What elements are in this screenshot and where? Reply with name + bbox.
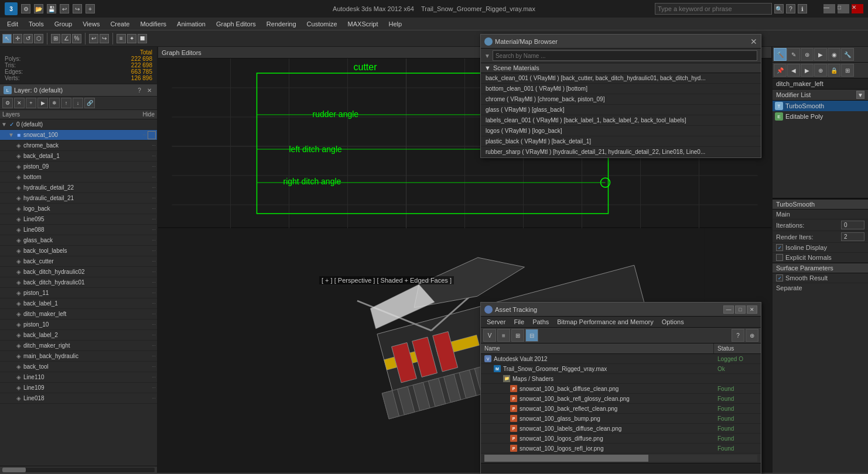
mat-search-expand-icon[interactable]: ▼: [484, 53, 490, 59]
utility-tab-btn[interactable]: 🔧: [841, 48, 854, 61]
motion-tab-btn[interactable]: ▶: [814, 48, 827, 61]
info-btn[interactable]: ℹ: [798, 4, 807, 13]
mat-row[interactable]: glass ( VRayMtl ) [glass_back]: [481, 105, 761, 115]
modifier-list-dropdown[interactable]: ▼: [856, 91, 864, 99]
asset-row[interactable]: P snowcat_100_back_reflect_clean.png Fou…: [481, 404, 761, 414]
layer-item[interactable]: ◈ Line109 ···: [0, 383, 157, 393]
maximize-btn[interactable]: □: [838, 4, 849, 13]
menu-edit[interactable]: Edit: [2, 19, 23, 29]
asset-menu-bitmap-perf[interactable]: Bitmap Performance and Memory: [553, 318, 657, 326]
asset-menu-paths[interactable]: Paths: [529, 318, 552, 326]
menu-graph-editors[interactable]: Graph Editors: [211, 19, 261, 29]
layer-item[interactable]: ◈ Line018 ···: [0, 393, 157, 404]
layers-scrollbar[interactable]: [0, 466, 157, 473]
layer-item[interactable]: ◈ glass_back ···: [0, 235, 157, 246]
asset-row[interactable]: M Trail_Snow_Groomer_Rigged_vray.max Ok: [481, 364, 761, 374]
layer-delete-btn[interactable]: ✕: [14, 98, 25, 108]
layer-item[interactable]: ◈ back_label_1 ···: [0, 298, 157, 309]
asset-list-btn[interactable]: ≡: [497, 329, 510, 342]
new-btn[interactable]: +: [86, 4, 95, 13]
isoline-checkbox[interactable]: ✓: [776, 244, 783, 251]
rotate-tool-btn[interactable]: ↺: [23, 34, 33, 43]
layer-select-btn[interactable]: ▶: [37, 98, 48, 108]
layer-item[interactable]: ◈ piston_11 ···: [0, 288, 157, 298]
layer-item[interactable]: ◈ ditch_maker_right ···: [0, 341, 157, 351]
modifier-turbosmooth[interactable]: T TurboSmooth: [773, 101, 868, 111]
menu-rendering[interactable]: Rendering: [262, 19, 301, 29]
layer-item[interactable]: ▼ ✓ 0 (default): [0, 119, 157, 130]
layer-add-btn[interactable]: +: [26, 98, 36, 108]
asset-detail-btn[interactable]: ⊟: [525, 329, 538, 342]
surface-params-header[interactable]: Surface Parameters: [773, 263, 868, 273]
asset-maximize-btn[interactable]: □: [735, 305, 746, 314]
layer-item[interactable]: ◈ main_back_hydraulic ···: [0, 351, 157, 362]
explicit-normals-checkbox[interactable]: [776, 254, 783, 261]
mat-search-input[interactable]: [493, 50, 757, 61]
mat-row[interactable]: plastic_black ( VRayMtl ) [back_detail_1…: [481, 136, 761, 147]
menu-modifiers[interactable]: Modifiers: [135, 19, 171, 29]
asset-vault-btn[interactable]: V: [483, 329, 496, 342]
layers-list[interactable]: ▼ ✓ 0 (default) ▼ ■ snowcat_100 ··· ◈ ch…: [0, 119, 157, 466]
modifier-editable-poly[interactable]: E Editable Poly: [773, 111, 868, 122]
search-input[interactable]: [655, 3, 772, 15]
menu-tools[interactable]: Tools: [24, 19, 49, 29]
layers-btn[interactable]: ≡: [117, 34, 126, 43]
isoline-row[interactable]: ✓ Isoline Display: [773, 243, 868, 253]
scale-tool-btn[interactable]: ⬡: [34, 34, 43, 43]
percent-snap-btn[interactable]: %: [72, 34, 81, 43]
asset-help-btn[interactable]: ?: [732, 329, 744, 342]
layer-item[interactable]: ◈ Line095 ···: [0, 214, 157, 225]
layer-item[interactable]: ◈ Line110 ···: [0, 372, 157, 383]
iterations-input[interactable]: [841, 221, 864, 229]
undo-tool-btn[interactable]: ↩: [89, 34, 98, 43]
menu-help[interactable]: Help: [384, 19, 407, 29]
helpers-btn[interactable]: ✦: [127, 34, 136, 43]
asset-scrollbar[interactable]: [484, 455, 757, 462]
mat-browser-close-btn[interactable]: ✕: [750, 37, 757, 46]
layer-link-btn[interactable]: 🔗: [84, 98, 95, 108]
asset-row[interactable]: V Autodesk Vault 2012 Logged O: [481, 354, 761, 364]
layer-item[interactable]: ◈ chrome_back ···: [0, 140, 157, 151]
turbosmooth-section-header[interactable]: TurboSmooth: [773, 199, 868, 209]
layer-item[interactable]: ◈ back_ditch_hydraulic01 ···: [0, 277, 157, 288]
asset-row[interactable]: P snowcat_100_logos_diffuse.png Found: [481, 434, 761, 444]
menu-create[interactable]: Create: [105, 19, 134, 29]
mat-row[interactable]: rubber_sharp ( VRayMtl ) [hydraulic_deta…: [481, 147, 761, 157]
mat-list[interactable]: back_clean_001 ( VRayMtl ) [back_cutter,…: [481, 73, 761, 157]
asset-row[interactable]: P snowcat_100_back_refl_glossy_clean.png…: [481, 394, 761, 404]
asset-grid-btn[interactable]: ⊞: [511, 329, 524, 342]
layer-item[interactable]: ◈ back_ditch_hydraulic02 ···: [0, 267, 157, 277]
layer-item[interactable]: ◈ hydraulic_detail_22 ···: [0, 183, 157, 193]
layer-item[interactable]: ◈ ditch_maker_left ···: [0, 309, 157, 320]
layers-close-btn[interactable]: ✕: [145, 86, 153, 94]
modify-tab-btn[interactable]: ✎: [787, 48, 800, 61]
hierarchy-tab-btn[interactable]: ⊛: [801, 48, 814, 61]
asset-row[interactable]: 📁 Maps / Shaders: [481, 374, 761, 384]
layer-freeze-btn[interactable]: ❄: [49, 98, 60, 108]
layer-checkbox[interactable]: [148, 131, 156, 139]
mat-row[interactable]: labels_clean_001 ( VRayMtl ) [back_label…: [481, 115, 761, 126]
nav-back-btn[interactable]: ◀: [787, 64, 800, 77]
asset-row[interactable]: P snowcat_100_back_diffuse_clean.png Fou…: [481, 384, 761, 394]
mat-section-expand-icon[interactable]: ▼: [484, 64, 491, 71]
move-tool-btn[interactable]: ✛: [13, 34, 22, 43]
pin-btn[interactable]: 📌: [774, 64, 787, 77]
menu-customize[interactable]: Customize: [302, 19, 342, 29]
asset-row[interactable]: P snowcat_100_glass_bump.png Found: [481, 414, 761, 424]
close-btn[interactable]: ✕: [852, 4, 863, 13]
menu-group[interactable]: Group: [50, 19, 77, 29]
layer-item[interactable]: ◈ back_tool ···: [0, 362, 157, 372]
open-btn[interactable]: 📂: [34, 4, 43, 13]
select-tool-btn[interactable]: ↖: [2, 34, 12, 43]
layer-item[interactable]: ◈ piston_10 ···: [0, 320, 157, 330]
minimize-btn[interactable]: —: [823, 4, 835, 13]
layer-item[interactable]: ◈ back_cutter ···: [0, 256, 157, 267]
layer-item[interactable]: ◈ piston_09 ···: [0, 162, 157, 172]
layer-item[interactable]: ◈ hydraulic_detail_21 ···: [0, 193, 157, 204]
layer-item[interactable]: ◈ back_detail_1 ···: [0, 151, 157, 162]
layer-item[interactable]: ◈ logo_back ···: [0, 204, 157, 214]
menu-views[interactable]: Views: [78, 19, 104, 29]
mat-row[interactable]: chrome ( VRayMtl ) [chrome_back, piston_…: [481, 94, 761, 105]
smooth-result-row[interactable]: ✓ Smooth Result: [773, 273, 868, 283]
redo-tool-btn[interactable]: ↪: [100, 34, 109, 43]
